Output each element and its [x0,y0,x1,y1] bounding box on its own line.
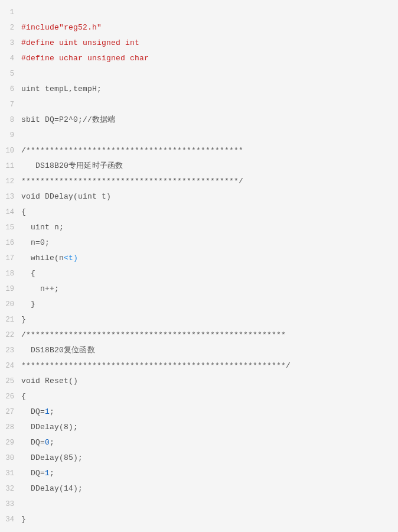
line-number: 12 [0,174,21,189]
code-line: 5 [0,66,398,82]
line-number: 23 [0,343,21,358]
line-number: 20 [0,297,21,312]
code-line: 33 [0,497,398,512]
code-content: DDelay(85); [21,450,83,466]
code-content: { [21,266,35,281]
code-line: 23 DS18B20复位函数 [0,343,398,358]
line-number: 29 [0,435,21,450]
code-line: 8sbit DQ=P2^0;//数据端 [0,112,398,128]
line-number: 30 [0,450,21,466]
code-line: 11 DS18B20专用延时子函数 [0,158,398,174]
line-number: 22 [0,327,21,343]
line-number: 15 [0,220,21,235]
code-line: 2#include"reg52.h" [0,20,398,35]
code-line: 32 DDelay(14); [0,481,398,497]
code-content: } [21,297,35,312]
line-number: 4 [0,51,21,66]
code-content: void DDelay(uint t) [21,189,111,205]
code-line: 26{ [0,389,398,404]
line-number: 32 [0,481,21,497]
code-line: 27 DQ=1; [0,404,398,420]
code-line: 1 [0,5,398,20]
code-content: DS18B20专用延时子函数 [21,158,123,174]
code-block: 12#include"reg52.h"3#define uint unsigne… [0,0,398,532]
code-content: #define uint unsigned int [21,35,139,51]
code-content: } [21,512,26,527]
line-number: 5 [0,66,21,82]
code-line: 29 DQ=0; [0,435,398,450]
code-line: 22/*************************************… [0,327,398,343]
line-number: 18 [0,266,21,281]
code-content: DQ=1; [21,404,54,420]
code-line: 9 [0,128,398,143]
line-number: 17 [0,251,21,266]
code-content: ****************************************… [21,358,291,374]
code-content: sbit DQ=P2^0;//数据端 [21,112,116,128]
line-number: 10 [0,143,21,158]
line-number: 19 [0,281,21,297]
code-content: DDelay(14); [21,481,83,497]
line-number: 16 [0,235,21,251]
line-number: 13 [0,189,21,205]
code-content: n++; [21,281,59,297]
line-number: 6 [0,82,21,97]
code-content: uint n; [21,220,64,235]
code-content: n=0; [21,235,50,251]
line-number: 24 [0,358,21,374]
line-number: 34 [0,512,21,527]
code-content: DQ=0; [21,435,54,450]
code-content: void Reset() [21,374,78,389]
code-line: 24**************************************… [0,358,398,374]
code-line: 7 [0,97,398,112]
code-content: { [21,205,26,220]
code-content: /***************************************… [21,143,243,158]
code-line: 21} [0,312,398,327]
line-number: 33 [0,497,21,512]
code-line: 31 DQ=1; [0,466,398,481]
code-content: #include"reg52.h" [21,20,102,35]
code-line: 10/*************************************… [0,143,398,158]
code-content: { [21,389,26,404]
code-line: 20 } [0,297,398,312]
code-line: 18 { [0,266,398,281]
code-line: 28 DDelay(8); [0,420,398,435]
code-content: #define uchar unsigned char [21,51,149,66]
code-line: 3#define uint unsigned int [0,35,398,51]
code-line: 25void Reset() [0,374,398,389]
code-line: 6uint tempL,tempH; [0,82,398,97]
code-line: 16 n=0; [0,235,398,251]
code-content: while(n<t) [21,251,78,266]
code-content: DS18B20复位函数 [21,343,95,358]
code-line: 15 uint n; [0,220,398,235]
code-content: uint tempL,tempH; [21,82,102,97]
code-line: 17 while(n<t) [0,251,398,266]
code-line: 34} [0,512,398,527]
code-line: 30 DDelay(85); [0,450,398,466]
line-number: 31 [0,466,21,481]
line-number: 26 [0,389,21,404]
line-number: 2 [0,20,21,35]
line-number: 28 [0,420,21,435]
line-number: 11 [0,158,21,174]
line-number: 21 [0,312,21,327]
line-number: 9 [0,128,21,143]
code-line: 12**************************************… [0,174,398,189]
code-line: 14{ [0,205,398,220]
code-content: DDelay(8); [21,420,78,435]
line-number: 1 [0,5,21,20]
code-line: 13void DDelay(uint t) [0,189,398,205]
code-line: 4#define uchar unsigned char [0,51,398,66]
line-number: 27 [0,404,21,420]
line-number: 25 [0,374,21,389]
code-content: DQ=1; [21,466,54,481]
line-number: 14 [0,205,21,220]
line-number: 3 [0,35,21,51]
code-content: /***************************************… [21,327,286,343]
code-content: } [21,312,26,327]
line-number: 8 [0,112,21,128]
code-line: 19 n++; [0,281,398,297]
code-content: ****************************************… [21,174,243,189]
line-number: 7 [0,97,21,112]
